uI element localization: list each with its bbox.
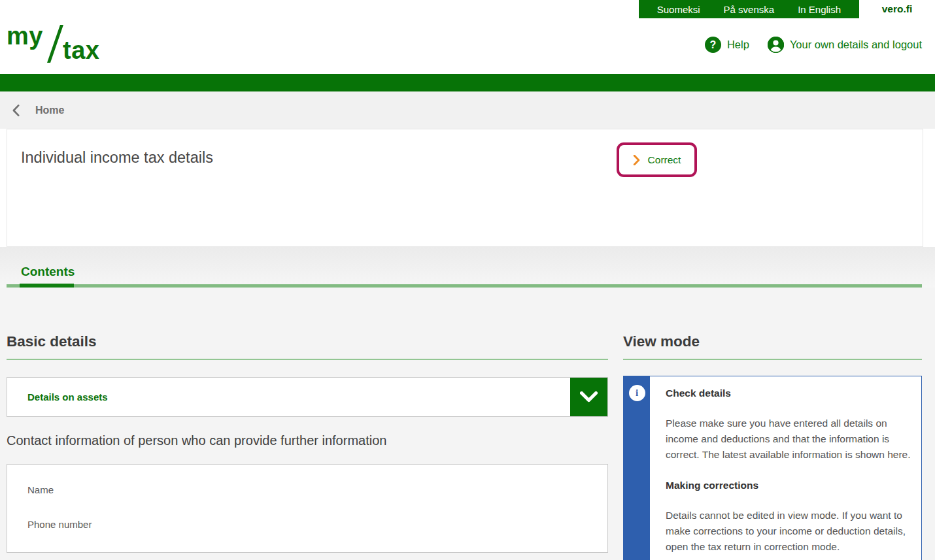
language-link-in-english[interactable]: In English — [786, 4, 853, 15]
language-link-pa-svenska[interactable]: På svenska — [712, 4, 787, 15]
info-box-content: Check details Please make sure you have … — [650, 376, 921, 560]
tab-row: Contents — [0, 247, 935, 288]
correct-button-label: Correct — [648, 154, 681, 166]
account-logout-label: Your own details and logout — [790, 39, 922, 51]
details-on-assets-accordion[interactable]: Details on assets — [7, 377, 608, 417]
basic-details-section: Basic details Details on assets Contact … — [7, 288, 608, 553]
check-details-paragraph: Please make sure you have entered all de… — [666, 416, 911, 463]
header: my tax Suomeksi På svenska In English ve… — [0, 0, 935, 74]
tab-contents[interactable]: Contents — [21, 265, 75, 279]
contact-info-heading: Contact information of person who can pr… — [7, 433, 608, 448]
logo-slash — [47, 25, 63, 63]
page-title-card: Individual income tax details Correct — [7, 129, 923, 247]
account-row: ? Help Your own details and logout — [705, 37, 922, 53]
vero-fi-link[interactable]: vero.fi — [882, 3, 913, 15]
info-box-stripe: i — [624, 376, 650, 560]
contact-fields-box: Name Phone number — [7, 464, 608, 553]
making-corrections-paragraph: Details cannot be edited in view mode. I… — [666, 508, 911, 555]
language-bar: Suomeksi På svenska In English vero.fi — [639, 0, 935, 18]
logo-text-tax: tax — [63, 37, 99, 65]
view-mode-info-box: i Check details Please make sure you hav… — [623, 376, 922, 560]
page-title: Individual income tax details — [21, 149, 213, 167]
breadcrumb: Home — [0, 91, 935, 129]
name-field-label: Name — [27, 484, 587, 495]
help-label: Help — [727, 39, 749, 51]
content-area: Basic details Details on assets Contact … — [0, 288, 935, 560]
logo-text-my: my — [7, 22, 43, 50]
back-chevron-icon[interactable] — [12, 105, 20, 116]
account-logout-button[interactable]: Your own details and logout — [768, 37, 922, 53]
making-corrections-title: Making corrections — [666, 480, 911, 491]
details-on-assets-label: Details on assets — [7, 378, 570, 416]
chevron-down-icon — [580, 391, 598, 403]
green-divider-bar — [0, 74, 935, 91]
tab-bar: Contents — [7, 250, 922, 288]
help-button[interactable]: ? Help — [705, 37, 749, 53]
accordion-expand-button[interactable] — [570, 378, 607, 416]
language-links: Suomeksi På svenska In English — [639, 0, 859, 18]
info-icon: i — [629, 385, 645, 401]
help-question-icon: ? — [705, 37, 721, 53]
view-mode-section: View mode i Check details Please make su… — [623, 288, 922, 560]
check-details-title: Check details — [666, 387, 911, 399]
phone-number-field-label: Phone number — [27, 519, 587, 530]
vero-fi-segment: vero.fi — [859, 0, 935, 18]
language-link-suomeksi[interactable]: Suomeksi — [645, 4, 712, 15]
mytax-logo[interactable]: my tax — [7, 22, 118, 68]
basic-details-heading: Basic details — [7, 333, 608, 360]
view-mode-heading: View mode — [623, 333, 922, 360]
person-icon — [768, 37, 784, 53]
correct-chevron-icon — [633, 155, 640, 165]
breadcrumb-home-link[interactable]: Home — [35, 105, 64, 116]
correct-button[interactable]: Correct — [617, 142, 697, 177]
